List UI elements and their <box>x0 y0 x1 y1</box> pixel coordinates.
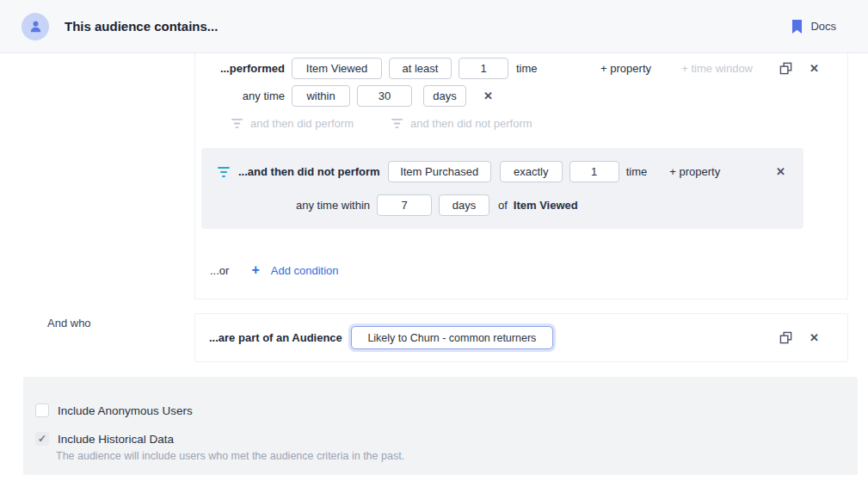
any-time-within-label: any time within <box>201 199 370 212</box>
or-row: ...or + Add condition <box>195 262 847 279</box>
close-icon[interactable]: ✕ <box>810 63 819 74</box>
count-input[interactable] <box>569 161 619 182</box>
unit-dropdown[interactable]: days <box>439 194 489 216</box>
duplicate-icon[interactable] <box>779 62 792 75</box>
close-icon[interactable]: ✕ <box>810 332 819 343</box>
audience-builder-page: This audience contains... Docs ...perfor… <box>0 0 868 499</box>
did-not-perform-row: ...and then did not perform Item Purchas… <box>201 160 803 183</box>
funnel-icon <box>231 118 243 129</box>
time-suffix: time <box>626 165 648 178</box>
operator-dropdown[interactable]: at least <box>389 58 452 79</box>
of-label: of <box>498 199 508 212</box>
funnel-icon <box>217 166 231 178</box>
user-icon <box>28 19 43 34</box>
and-then-did-not-perform-option[interactable]: and then did not perform <box>391 117 532 130</box>
performed-label: ...performed <box>195 62 285 75</box>
add-property-button[interactable]: + property <box>600 62 651 75</box>
unit-dropdown[interactable]: days <box>423 85 466 107</box>
time-suffix: time <box>516 62 538 75</box>
options-panel: Include Anonymous Users ✓ Include Histor… <box>23 377 858 475</box>
part-of-audience-label: ...are part of an Audience <box>209 331 342 344</box>
option-label: and then did not perform <box>410 117 532 130</box>
historical-data-checkbox[interactable]: ✓ <box>35 432 49 446</box>
event-dropdown[interactable]: Item Purchased <box>388 161 491 182</box>
window-value-input[interactable] <box>357 85 412 107</box>
within-dropdown[interactable]: within <box>292 85 350 107</box>
or-label: ...or <box>210 264 229 277</box>
bookmark-icon <box>791 20 803 34</box>
sequence-options-row: and then did perform and then did not pe… <box>195 115 847 131</box>
count-input[interactable] <box>459 58 508 79</box>
audience-select-input[interactable] <box>351 326 553 349</box>
add-property-button[interactable]: + property <box>669 165 720 178</box>
add-time-window-button[interactable]: + time window <box>681 62 753 75</box>
time-window-row: any time within days ✕ <box>195 84 847 107</box>
of-event-label: Item Viewed <box>514 199 578 212</box>
and-then-did-perform-option[interactable]: and then did perform <box>231 117 354 130</box>
audience-membership-card: ...are part of an Audience ✕ <box>194 313 848 362</box>
historical-data-label: Include Historical Data <box>58 433 174 446</box>
historical-data-description: The audience will include users who met … <box>56 450 404 462</box>
window-value-input[interactable] <box>377 194 432 216</box>
event-dropdown[interactable]: Item Viewed <box>292 58 382 79</box>
sequence-condition-box: ...and then did not perform Item Purchas… <box>201 148 803 229</box>
add-condition-link[interactable]: Add condition <box>271 264 339 277</box>
performed-row: ...performed Item Viewed at least time +… <box>195 57 847 79</box>
funnel-icon <box>391 118 403 129</box>
did-not-perform-label: ...and then did not perform <box>238 165 380 178</box>
close-icon[interactable]: ✕ <box>483 90 493 102</box>
header: This audience contains... Docs <box>0 0 868 53</box>
docs-label: Docs <box>810 20 836 33</box>
anonymous-users-checkbox[interactable] <box>35 404 49 417</box>
any-time-label: any time <box>195 89 285 102</box>
page-title: This audience contains... <box>65 19 218 34</box>
plus-icon[interactable]: + <box>251 262 259 278</box>
anonymous-users-row: Include Anonymous Users <box>35 404 193 417</box>
operator-dropdown[interactable]: exactly <box>500 161 563 182</box>
close-icon[interactable]: ✕ <box>776 166 785 177</box>
duplicate-icon[interactable] <box>779 331 792 344</box>
historical-data-row: ✓ Include Historical Data <box>35 432 174 446</box>
and-who-label: And who <box>47 317 91 330</box>
docs-link[interactable]: Docs <box>791 20 836 34</box>
avatar <box>22 13 49 40</box>
option-label: and then did perform <box>250 117 354 130</box>
within-of-row: any time within days of Item Viewed <box>201 194 803 217</box>
anonymous-users-label: Include Anonymous Users <box>58 404 193 417</box>
conditions-card: ...performed Item Viewed at least time +… <box>194 53 848 299</box>
